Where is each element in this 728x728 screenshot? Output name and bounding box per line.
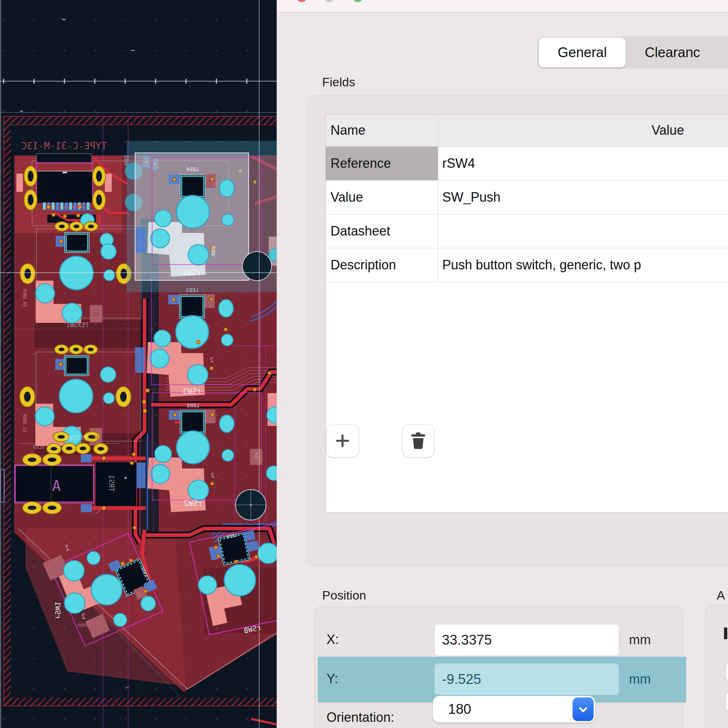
x-label: X:: [327, 632, 339, 647]
table-row-description[interactable]: Description Push button switch, generic,…: [326, 248, 728, 282]
column-header-value[interactable]: Value: [652, 114, 684, 146]
svg-text:S2: S2: [93, 434, 99, 440]
add-field-button[interactable]: [326, 424, 359, 457]
svg-text:2: 2: [81, 612, 86, 621]
attributes-section-label: A: [717, 588, 725, 603]
chevron-down-icon: [577, 703, 589, 716]
x-input[interactable]: [434, 624, 619, 656]
y-unit-label: mm: [629, 671, 651, 687]
close-button[interactable]: [297, 0, 306, 2]
svg-text:GNDR: GNDR: [211, 246, 216, 257]
svg-text:TYPE-C-31-M-13C: TYPE-C-31-M-13C: [21, 141, 107, 151]
svg-text:S2: S2: [93, 311, 99, 317]
svg-text:S1 GNDR: S1 GNDR: [22, 413, 27, 432]
row-label-value[interactable]: Value: [326, 180, 438, 214]
trash-icon: [410, 432, 427, 450]
row-value-reference[interactable]: rSW4: [438, 147, 728, 180]
svg-text:TRS1: TRS1: [108, 475, 116, 492]
fields-table-header: Name Value: [326, 114, 728, 147]
tab-clearance-overrides[interactable]: Clearanc: [626, 37, 719, 67]
row-value-value[interactable]: SW_Push: [438, 180, 728, 214]
svg-text:2: 2: [211, 471, 215, 479]
svg-text:A: A: [52, 477, 61, 494]
table-row-reference[interactable]: Reference rSW4: [326, 147, 728, 180]
table-row-value[interactable]: Value SW_Push: [326, 180, 728, 214]
position-section-label: Position: [322, 588, 366, 603]
svg-text:GNDR: GNDR: [212, 480, 217, 490]
clipped-text-fragment: [724, 627, 727, 639]
switch-footprint-rsw4-selected[interactable]: LED4 rSW4 GNDR: [135, 153, 262, 280]
row-value-description[interactable]: Push button switch, generic, two p: [438, 248, 728, 282]
svg-text:rSW3: rSW3: [183, 387, 202, 396]
zoom-button[interactable]: [353, 0, 362, 2]
orientation-combobox[interactable]: 180: [433, 696, 595, 723]
svg-text:rSW1: rSW1: [54, 602, 62, 619]
svg-text:rSW4: rSW4: [183, 269, 201, 277]
delete-field-button[interactable]: [402, 424, 434, 457]
svg-text:rSW2: rSW2: [184, 499, 202, 508]
y-input[interactable]: [434, 663, 619, 695]
svg-text:LED4: LED4: [187, 166, 199, 172]
svg-text:GNDR: GNDR: [211, 365, 216, 375]
kicad-window: TYPE-C-31-M-13C RB5 TEXSW1 TEXSW2 rSW3 r…: [0, 0, 728, 728]
tab-general[interactable]: General: [539, 37, 626, 67]
table-row-datasheet[interactable]: Datasheet: [326, 214, 728, 248]
y-label: Y:: [327, 671, 338, 687]
footprint-properties-dialog: General Clearanc Fields Name Value Refer…: [277, 0, 728, 728]
svg-text:DLED: DLED: [33, 444, 44, 450]
svg-text:S4 GNDR: S4 GNDR: [22, 288, 27, 307]
dialog-titlebar[interactable]: [277, 0, 728, 13]
attribute-checkbox-partial[interactable]: [725, 663, 728, 681]
fields-table[interactable]: Name Value Reference rSW4 Value SW_Push …: [326, 114, 728, 512]
row-label-datasheet[interactable]: Datasheet: [326, 214, 438, 248]
svg-text:TEXSW2: TEXSW2: [65, 434, 87, 442]
attribute-checkbox-partial[interactable]: [725, 692, 728, 711]
row-label-description[interactable]: Description: [326, 248, 438, 282]
fields-section-label: Fields: [322, 75, 355, 89]
svg-text:GNDR: GNDR: [77, 622, 89, 628]
dialog-tab-bar: General Clearanc: [537, 37, 728, 69]
attributes-groupbox: [705, 605, 728, 728]
orientation-value: 180: [433, 701, 471, 717]
pcb-editor-canvas[interactable]: TYPE-C-31-M-13C RB5 TEXSW1 TEXSW2 rSW3 r…: [0, 0, 277, 728]
trs-jack-footprint[interactable]: [96, 462, 136, 506]
row-value-datasheet[interactable]: [438, 214, 728, 248]
svg-text:LED2: LED2: [187, 402, 199, 408]
orientation-label: Orientation:: [327, 710, 394, 725]
x-unit-label: mm: [629, 632, 651, 648]
plus-icon: [334, 432, 351, 450]
svg-text:TEXSW1: TEXSW1: [66, 321, 89, 329]
minimize-button[interactable]: [325, 0, 334, 2]
mounting-hole: [236, 489, 266, 520]
row-label-reference[interactable]: Reference: [326, 147, 438, 180]
column-header-name[interactable]: Name: [326, 114, 438, 146]
svg-text:2: 2: [210, 356, 214, 364]
orientation-dropdown-button[interactable]: [573, 697, 594, 721]
svg-text:1: 1: [254, 451, 258, 460]
